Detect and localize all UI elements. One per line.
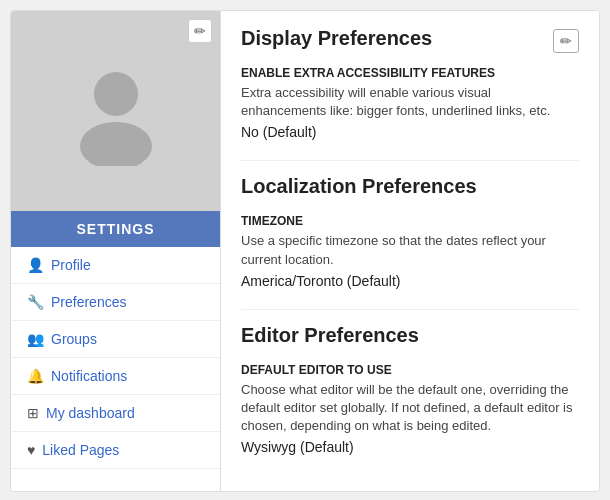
pref-value-1-0: America/Toronto (Default) [241, 273, 579, 289]
my-dashboard-label: My dashboard [46, 405, 135, 421]
section-title-0: Display Preferences [241, 27, 579, 54]
pref-desc-1-0: Use a specific timezone so that the date… [241, 232, 579, 268]
settings-label: SETTINGS [76, 221, 154, 237]
notifications-label: Notifications [51, 368, 127, 384]
nav-link-liked-pages[interactable]: ♥Liked Pages [11, 432, 220, 469]
notifications-icon: 🔔 [27, 368, 44, 384]
main-container: ✏ SETTINGS 👤Profile🔧Preferences👥Groups🔔N… [10, 10, 600, 492]
nav-link-groups[interactable]: 👥Groups [11, 321, 220, 358]
nav-list: 👤Profile🔧Preferences👥Groups🔔Notification… [11, 247, 220, 469]
groups-label: Groups [51, 331, 97, 347]
pref-item-0-0: ENABLE EXTRA ACCESSIBILITY FEATURESExtra… [241, 66, 579, 140]
pref-label-2-0: DEFAULT EDITOR TO USE [241, 363, 579, 377]
liked-pages-label: Liked Pages [42, 442, 119, 458]
nav-link-preferences[interactable]: 🔧Preferences [11, 284, 220, 321]
profile-label: Profile [51, 257, 91, 273]
sidebar: ✏ SETTINGS 👤Profile🔧Preferences👥Groups🔔N… [11, 11, 221, 491]
nav-item-groups[interactable]: 👥Groups [11, 321, 220, 358]
edit-button[interactable]: ✏ [553, 29, 579, 53]
content-area: ✏ Display PreferencesENABLE EXTRA ACCESS… [221, 11, 599, 491]
profile-icon: 👤 [27, 257, 44, 273]
pref-item-2-0: DEFAULT EDITOR TO USEChoose what editor … [241, 363, 579, 456]
pref-label-0-0: ENABLE EXTRA ACCESSIBILITY FEATURES [241, 66, 579, 80]
pref-value-2-0: Wysiwyg (Default) [241, 439, 579, 455]
pref-item-1-0: TIMEZONEUse a specific timezone so that … [241, 214, 579, 288]
nav-item-liked-pages[interactable]: ♥Liked Pages [11, 432, 220, 469]
nav-link-my-dashboard[interactable]: ⊞My dashboard [11, 395, 220, 432]
preferences-label: Preferences [51, 294, 126, 310]
nav-item-notifications[interactable]: 🔔Notifications [11, 358, 220, 395]
settings-header: SETTINGS [11, 211, 220, 247]
sections-container: Display PreferencesENABLE EXTRA ACCESSIB… [241, 27, 579, 455]
section-title-2: Editor Preferences [241, 324, 579, 351]
liked-pages-icon: ♥ [27, 442, 35, 458]
nav-item-profile[interactable]: 👤Profile [11, 247, 220, 284]
section-divider-0 [241, 160, 579, 161]
avatar-edit-button[interactable]: ✏ [188, 19, 212, 43]
avatar-area: ✏ [11, 11, 220, 211]
pref-value-0-0: No (Default) [241, 124, 579, 140]
pref-desc-2-0: Choose what editor will be the default o… [241, 381, 579, 436]
nav-link-notifications[interactable]: 🔔Notifications [11, 358, 220, 395]
nav-link-profile[interactable]: 👤Profile [11, 247, 220, 284]
avatar [61, 56, 171, 166]
section-divider-1 [241, 309, 579, 310]
groups-icon: 👥 [27, 331, 44, 347]
nav-item-my-dashboard[interactable]: ⊞My dashboard [11, 395, 220, 432]
section-title-1: Localization Preferences [241, 175, 579, 202]
pref-label-1-0: TIMEZONE [241, 214, 579, 228]
preferences-icon: 🔧 [27, 294, 44, 310]
nav-item-preferences[interactable]: 🔧Preferences [11, 284, 220, 321]
svg-point-0 [94, 72, 138, 116]
edit-icon: ✏ [194, 23, 206, 39]
svg-point-1 [80, 122, 152, 166]
pref-desc-0-0: Extra accessibility will enable various … [241, 84, 579, 120]
edit-pencil-icon: ✏ [560, 33, 572, 49]
my-dashboard-icon: ⊞ [27, 405, 39, 421]
